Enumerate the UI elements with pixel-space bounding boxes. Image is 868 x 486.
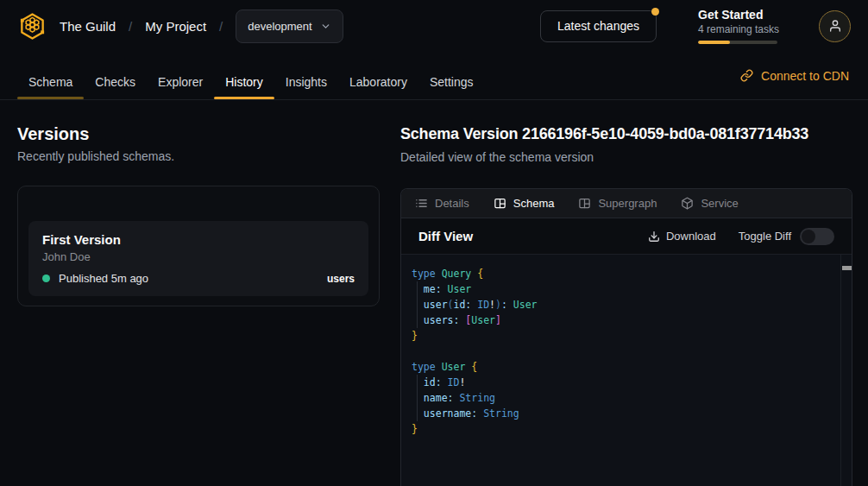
tab-service[interactable]: Service bbox=[681, 197, 738, 210]
version-status-text: Published 5m ago bbox=[59, 272, 148, 285]
indent-guide bbox=[417, 375, 418, 421]
toggle-diff-label: Toggle Diff bbox=[739, 230, 791, 243]
schema-version-panel: Details Schema Supergraph Service Diff V… bbox=[400, 188, 852, 486]
get-started-widget[interactable]: Get Started 4 remaining tasks bbox=[698, 8, 777, 44]
nav-tab-schema[interactable]: Schema bbox=[17, 65, 84, 99]
nav-tab-checks[interactable]: Checks bbox=[84, 65, 147, 99]
schema-code-editor[interactable]: type Query { me: User user(id: ID!): Use… bbox=[401, 255, 852, 486]
indent-guide bbox=[417, 281, 418, 328]
top-header: The Guild / My Project / development Lat… bbox=[0, 0, 868, 52]
columns-icon bbox=[494, 197, 506, 210]
code-line: type Query { bbox=[412, 266, 838, 281]
toggle-diff-switch[interactable] bbox=[800, 228, 834, 245]
version-author: John Doe bbox=[42, 250, 355, 263]
detail-tabs: Details Schema Supergraph Service bbox=[401, 189, 852, 218]
tab-details-label: Details bbox=[435, 197, 469, 210]
code-line: } bbox=[412, 421, 838, 437]
diff-view-header: Diff View Download Toggle Diff bbox=[401, 218, 852, 255]
published-status-dot-icon bbox=[42, 275, 50, 282]
get-started-title: Get Started bbox=[698, 8, 777, 22]
list-icon bbox=[415, 197, 428, 210]
code-line bbox=[412, 344, 838, 359]
environment-select-value: development bbox=[248, 20, 311, 33]
chevron-down-icon bbox=[320, 21, 331, 32]
tab-supergraph[interactable]: Supergraph bbox=[578, 197, 657, 210]
tab-details[interactable]: Details bbox=[415, 197, 469, 210]
nav-tab-insights[interactable]: Insights bbox=[274, 65, 338, 99]
connect-to-cdn-label: Connect to CDN bbox=[761, 69, 849, 83]
connect-to-cdn-link[interactable]: Connect to CDN bbox=[740, 69, 849, 83]
code-lines: type Query { me: User user(id: ID!): Use… bbox=[412, 266, 838, 437]
code-line: username: String bbox=[412, 406, 838, 421]
version-meta-row: Published 5m ago users bbox=[42, 272, 355, 285]
app: { "header": { "logo_icon": "guild-hive-l… bbox=[0, 0, 868, 486]
breadcrumb-org[interactable]: The Guild bbox=[60, 19, 116, 34]
version-status: Published 5m ago bbox=[42, 272, 148, 285]
versions-title: Versions bbox=[17, 124, 89, 144]
notification-dot bbox=[651, 8, 659, 16]
tab-schema[interactable]: Schema bbox=[494, 197, 555, 210]
get-started-progress-fill bbox=[698, 41, 730, 44]
avatar[interactable] bbox=[819, 10, 851, 42]
diff-view-title: Diff View bbox=[418, 229, 648, 243]
toggle-diff-knob bbox=[802, 230, 815, 243]
schema-version-title: Schema Version 2166196f-5e10-4059-bd0a-0… bbox=[400, 125, 808, 143]
download-label: Download bbox=[666, 230, 716, 243]
breadcrumb-separator: / bbox=[129, 19, 132, 34]
code-line: id: ID! bbox=[412, 375, 838, 390]
schema-version-subtitle: Detailed view of the schema version bbox=[400, 150, 594, 164]
nav-tab-laboratory[interactable]: Laboratory bbox=[338, 65, 418, 99]
get-started-subtitle: 4 remaining tasks bbox=[698, 23, 777, 35]
tab-service-label: Service bbox=[701, 197, 738, 210]
breadcrumb: The Guild / My Project / development bbox=[60, 9, 343, 43]
versions-list-card: First Version John Doe Published 5m ago … bbox=[17, 186, 380, 306]
user-icon bbox=[828, 19, 842, 33]
versions-subtitle: Recently published schemas. bbox=[17, 149, 174, 163]
nav-tab-settings[interactable]: Settings bbox=[418, 65, 485, 99]
latest-changes-button[interactable]: Latest changes bbox=[540, 10, 657, 42]
download-button[interactable]: Download bbox=[648, 230, 716, 243]
breadcrumb-project[interactable]: My Project bbox=[145, 19, 206, 34]
nav-tabs: Schema Checks Explorer History Insights … bbox=[17, 65, 485, 99]
download-icon bbox=[648, 230, 660, 243]
code-line: me: User bbox=[412, 281, 838, 297]
code-line: users: [User] bbox=[412, 312, 838, 328]
version-service-badge: users bbox=[327, 273, 355, 285]
code-line: name: String bbox=[412, 390, 838, 406]
version-list-item[interactable]: First Version John Doe Published 5m ago … bbox=[28, 221, 368, 296]
code-line: type User { bbox=[412, 359, 838, 375]
environment-select[interactable]: development bbox=[236, 9, 343, 43]
cube-icon bbox=[681, 197, 694, 210]
toggle-diff-control: Toggle Diff bbox=[739, 228, 834, 245]
guild-hive-logo-icon[interactable] bbox=[17, 11, 47, 41]
code-line: user(id: ID!): User bbox=[412, 297, 838, 312]
columns-icon bbox=[578, 197, 591, 210]
breadcrumb-separator: / bbox=[219, 19, 223, 34]
main-nav: Schema Checks Explorer History Insights … bbox=[0, 52, 868, 100]
link-icon bbox=[740, 69, 753, 82]
tab-supergraph-label: Supergraph bbox=[598, 197, 657, 210]
nav-tab-explorer[interactable]: Explorer bbox=[147, 65, 214, 99]
get-started-progressbar bbox=[698, 41, 777, 44]
version-name: First Version bbox=[42, 232, 355, 247]
tab-schema-label: Schema bbox=[513, 197, 555, 210]
nav-tab-history[interactable]: History bbox=[214, 65, 274, 99]
vertical-scrollbar[interactable] bbox=[840, 255, 852, 486]
latest-changes-label: Latest changes bbox=[557, 19, 639, 33]
code-line: } bbox=[412, 328, 838, 344]
scrollbar-thumb[interactable] bbox=[842, 266, 852, 270]
